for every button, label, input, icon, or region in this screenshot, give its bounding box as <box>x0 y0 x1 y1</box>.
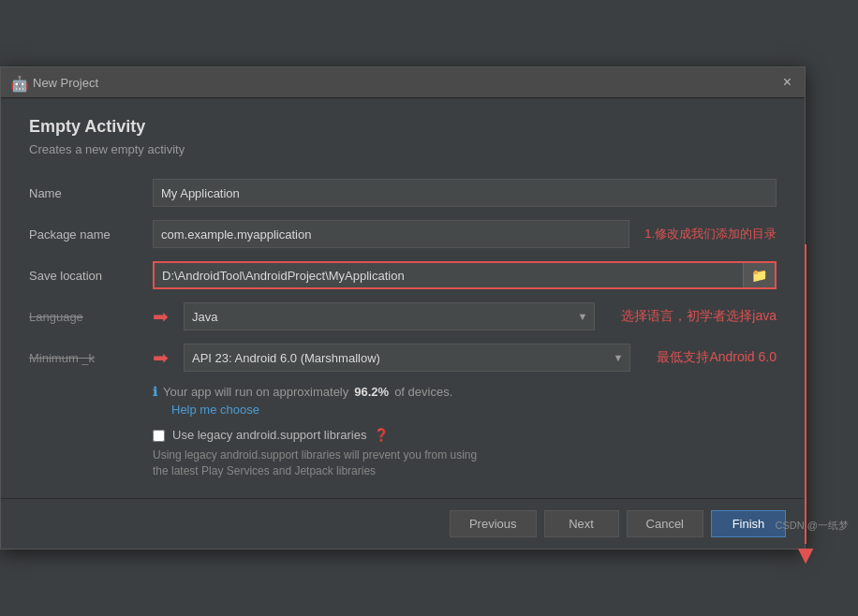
info-percentage: 96.2% <box>354 385 389 399</box>
package-name-label: Package name <box>29 227 141 242</box>
previous-button[interactable]: Previous <box>450 510 537 537</box>
save-location-wrapper: 📁 <box>153 261 777 289</box>
help-link[interactable]: Help me choose <box>171 403 777 417</box>
next-button[interactable]: Next <box>544 510 619 537</box>
minimum-sdk-label: Minimum _k <box>29 351 141 365</box>
package-annotation: 1.修改成我们添加的目录 <box>644 226 777 242</box>
dialog-footer: Previous Next Cancel Finish <box>1 498 805 549</box>
title-bar: 🤖 New Project × <box>1 67 805 98</box>
new-project-dialog: 🤖 New Project × Empty Activity Creates a… <box>0 66 806 550</box>
dialog-content: Empty Activity Creates a new empty activ… <box>1 98 805 498</box>
dialog-title: New Project <box>33 76 772 90</box>
package-name-input[interactable] <box>153 220 629 248</box>
language-select[interactable]: Java Kotlin <box>184 302 595 330</box>
info-text: Your app will run on approximately <box>163 385 348 399</box>
info-line: ℹ Your app will run on approximately 96.… <box>153 385 777 399</box>
save-location-row: Save location 📁 <box>29 261 777 289</box>
legacy-checkbox[interactable] <box>153 430 165 442</box>
folder-browse-button[interactable]: 📁 <box>743 263 775 287</box>
minimum-sdk-select[interactable]: API 23: Android 6.0 (Marshmallow) <box>184 344 630 372</box>
cancel-button[interactable]: Cancel <box>627 510 703 537</box>
language-row: Language ➡ Java Kotlin ▼ 选择语言，初学者选择java <box>29 302 777 330</box>
language-label: Language <box>29 310 141 324</box>
name-row: Name <box>29 179 777 207</box>
legacy-checkbox-label: Use legacy android.support libraries <box>172 428 366 442</box>
section-subtitle: Creates a new empty activity <box>29 142 777 156</box>
package-name-row: Package name 1.修改成我们添加的目录 <box>29 220 777 248</box>
minimum-arrow: ➡ <box>153 346 169 369</box>
watermark: CSDN @一纸梦 <box>776 519 849 533</box>
minimum-annotation: 最低支持Android 6.0 <box>657 349 777 366</box>
language-arrow: ➡ <box>153 305 169 328</box>
legacy-checkbox-row: Use legacy android.support libraries ❓ <box>153 428 777 442</box>
close-button[interactable]: × <box>779 73 795 92</box>
language-annotation: 选择语言，初学者选择java <box>621 308 777 325</box>
section-title: Empty Activity <box>29 117 777 137</box>
save-location-input[interactable] <box>155 263 743 287</box>
name-label: Name <box>29 186 141 200</box>
name-input[interactable] <box>153 179 777 207</box>
legacy-checkbox-description: Using legacy android.support libraries w… <box>153 447 777 479</box>
info-icon: ℹ <box>153 385 157 399</box>
minimum-sdk-row: Minimum _k ➡ API 23: Android 6.0 (Marshm… <box>29 344 777 372</box>
language-dropdown-wrapper: Java Kotlin ▼ <box>184 302 595 330</box>
app-icon: 🤖 <box>10 75 25 90</box>
question-icon: ❓ <box>374 428 389 442</box>
save-location-label: Save location <box>29 269 141 283</box>
info-block: ℹ Your app will run on approximately 96.… <box>153 385 777 417</box>
info-suffix: of devices. <box>394 385 452 399</box>
minimum-sdk-dropdown-wrapper: API 23: Android 6.0 (Marshmallow) ▼ <box>184 344 630 372</box>
